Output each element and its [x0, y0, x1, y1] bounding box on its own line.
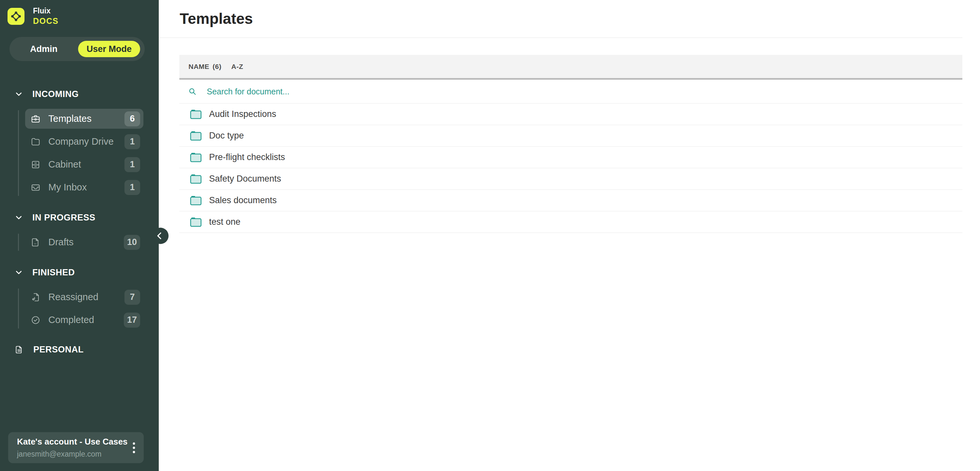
sidebar-item-drafts[interactable]: Drafts 10: [25, 232, 143, 252]
kebab-menu-icon[interactable]: [131, 441, 137, 455]
account-card[interactable]: Kate's account - Use Cases janesmith@exa…: [8, 432, 144, 463]
personal-label: PERSONAL: [33, 345, 84, 355]
sidebar-item-label: Drafts: [48, 237, 124, 248]
nav-section-in-progress: IN PROGRESS Drafts 10: [0, 211, 159, 252]
fluix-logo-icon[interactable]: [8, 8, 24, 25]
count-badge: 1: [124, 157, 140, 172]
inbox-icon: [31, 183, 40, 193]
section-header-incoming[interactable]: INCOMING: [0, 88, 159, 100]
folder-row-sales-documents[interactable]: Sales documents: [179, 190, 963, 211]
mode-toggle[interactable]: Admin User Mode: [10, 37, 145, 61]
count-badge: 7: [124, 290, 140, 305]
list-header: NAME (6) A-Z: [179, 55, 963, 80]
folder-row-safety-documents[interactable]: Safety Documents: [179, 168, 963, 190]
folder-name: Sales documents: [209, 195, 277, 205]
brand-name: Fluix: [33, 7, 59, 15]
brand: Fluix DOCS: [8, 7, 59, 26]
nav-section-finished: FINISHED Reassigned 7 Completed 17: [0, 266, 159, 330]
sidebar-item-label: My Inbox: [48, 182, 124, 193]
folder-name: Doc type: [209, 130, 244, 141]
sidebar-item-templates[interactable]: Templates 6: [25, 109, 143, 129]
folder-row-doc-type[interactable]: Doc type: [179, 125, 963, 146]
folder-count-label: (6): [213, 63, 221, 70]
folder-icon: [190, 152, 202, 162]
search-icon: [188, 88, 196, 95]
account-email: janesmith@example.com: [17, 450, 128, 458]
count-badge: 17: [124, 313, 140, 328]
sidebar-item-label: Cabinet: [48, 159, 124, 170]
sidebar-nav: INCOMING Templates 6 Company Drive 1 Cab…: [0, 88, 159, 356]
folder-row-audit-inspections[interactable]: Audit Inspections: [179, 103, 963, 125]
count-badge: 6: [124, 111, 140, 126]
chevron-down-icon: [16, 271, 22, 275]
count-badge: 1: [124, 180, 140, 195]
brand-product: DOCS: [33, 16, 59, 26]
folder-icon: [190, 195, 202, 205]
folder-name: Safety Documents: [209, 174, 281, 184]
reassigned-icon: [31, 292, 40, 302]
search-row: [179, 80, 963, 103]
folder-name: test one: [209, 217, 240, 227]
section-label: INCOMING: [32, 89, 79, 99]
count-badge: 1: [124, 134, 140, 149]
sidebar-item-label: Templates: [48, 113, 124, 124]
templates-list: NAME (6) A-Z Audit Inspections Doc type: [179, 55, 963, 233]
sidebar-item-reassigned[interactable]: Reassigned 7: [25, 287, 143, 307]
document-icon: [15, 345, 24, 354]
completed-icon: [31, 315, 40, 325]
folder-icon: [190, 217, 202, 227]
sort-az-toggle[interactable]: A-Z: [231, 63, 243, 70]
search-input[interactable]: [206, 87, 501, 97]
sidebar-item-personal[interactable]: PERSONAL: [0, 343, 159, 356]
sidebar-item-completed[interactable]: Completed 17: [25, 310, 143, 330]
sidebar-item-label: Completed: [48, 315, 124, 325]
section-label: FINISHED: [32, 267, 75, 278]
nav-section-incoming: INCOMING Templates 6 Company Drive 1 Cab…: [0, 88, 159, 197]
folder-rows: Audit Inspections Doc type Pre-flight ch…: [179, 103, 963, 233]
folder-row-pre-flight-checklists[interactable]: Pre-flight checklists: [179, 146, 963, 168]
mode-admin-option[interactable]: Admin: [10, 44, 78, 54]
sidebar-item-my-inbox[interactable]: My Inbox 1: [25, 177, 143, 197]
app-root: Fluix DOCS Admin User Mode INCOMING Temp…: [0, 0, 980, 471]
section-label: IN PROGRESS: [32, 213, 95, 223]
sidebar-collapse-button[interactable]: [152, 228, 169, 244]
title-divider: [159, 38, 963, 38]
section-header-finished[interactable]: FINISHED: [0, 266, 159, 279]
draft-icon: [31, 237, 40, 247]
account-name: Kate's account - Use Cases: [17, 437, 128, 447]
folder-icon: [31, 137, 40, 146]
sidebar-item-company-drive[interactable]: Company Drive 1: [25, 132, 143, 151]
main-content: Templates NAME (6) A-Z Audit Inspect: [159, 0, 980, 471]
page-title: Templates: [159, 0, 980, 28]
chevron-down-icon: [16, 216, 22, 220]
sidebar-item-label: Company Drive: [48, 136, 124, 147]
folder-icon: [190, 130, 202, 141]
folder-row-test-one[interactable]: test one: [179, 211, 963, 233]
folder-icon: [190, 109, 202, 119]
sidebar-item-cabinet[interactable]: Cabinet 1: [25, 154, 143, 174]
folder-icon: [190, 174, 202, 184]
count-badge: 10: [124, 235, 140, 250]
cabinet-icon: [31, 160, 40, 170]
folder-name: Pre-flight checklists: [209, 152, 285, 162]
mode-user-option-active[interactable]: User Mode: [78, 41, 140, 57]
briefcase-icon: [31, 114, 40, 124]
column-name-label: NAME: [188, 63, 209, 70]
sidebar: Fluix DOCS Admin User Mode INCOMING Temp…: [0, 0, 159, 471]
folder-name: Audit Inspections: [209, 109, 276, 119]
section-header-in-progress[interactable]: IN PROGRESS: [0, 211, 159, 224]
sidebar-item-label: Reassigned: [48, 292, 124, 302]
chevron-down-icon: [16, 92, 22, 96]
